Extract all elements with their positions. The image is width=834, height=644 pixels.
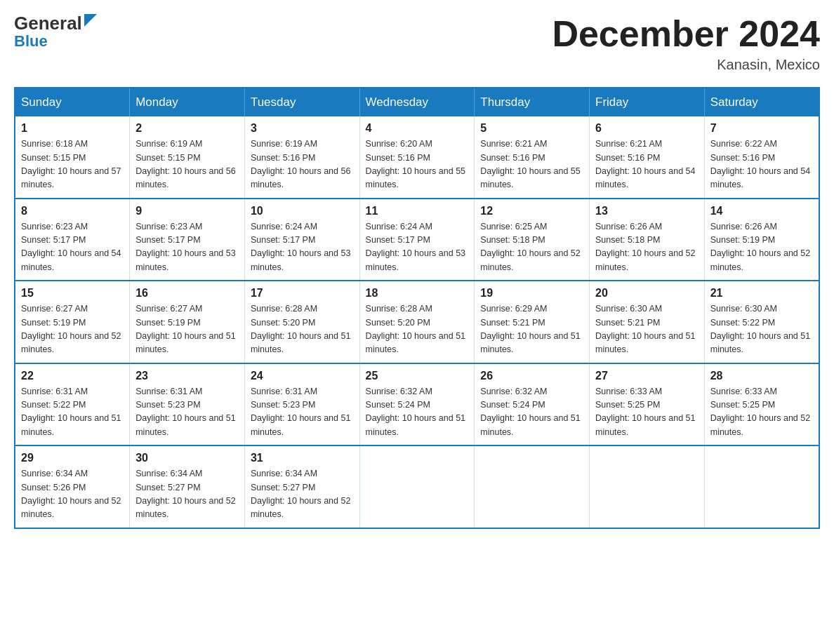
day-number: 21 [710, 287, 813, 300]
calendar-cell: 15 Sunrise: 6:27 AMSunset: 5:19 PMDaylig… [15, 281, 130, 363]
calendar-cell: 12 Sunrise: 6:25 AMSunset: 5:18 PMDaylig… [475, 199, 590, 281]
calendar-cell: 28 Sunrise: 6:33 AMSunset: 5:25 PMDaylig… [704, 363, 819, 446]
day-info: Sunrise: 6:32 AMSunset: 5:24 PMDaylight:… [480, 385, 583, 440]
day-info: Sunrise: 6:31 AMSunset: 5:23 PMDaylight:… [135, 385, 239, 440]
calendar-cell [590, 445, 705, 528]
day-number: 17 [251, 287, 354, 300]
day-info: Sunrise: 6:34 AMSunset: 5:26 PMDaylight:… [21, 467, 124, 522]
day-number: 20 [595, 287, 699, 300]
calendar-cell: 31 Sunrise: 6:34 AMSunset: 5:27 PMDaylig… [244, 445, 359, 528]
day-info: Sunrise: 6:28 AMSunset: 5:20 PMDaylight:… [251, 302, 354, 357]
logo-arrow-icon [84, 14, 97, 27]
calendar-cell: 11 Sunrise: 6:24 AMSunset: 5:17 PMDaylig… [359, 199, 475, 281]
day-info: Sunrise: 6:27 AMSunset: 5:19 PMDaylight:… [21, 302, 124, 357]
day-number: 1 [21, 122, 124, 135]
logo-line1: General [14, 14, 97, 32]
calendar-cell: 18 Sunrise: 6:28 AMSunset: 5:20 PMDaylig… [359, 281, 475, 363]
calendar-cell: 27 Sunrise: 6:33 AMSunset: 5:25 PMDaylig… [590, 363, 705, 446]
day-info: Sunrise: 6:25 AMSunset: 5:18 PMDaylight:… [480, 220, 583, 275]
calendar-header-saturday: Saturday [704, 88, 819, 116]
month-title: December 2024 [552, 14, 820, 54]
day-info: Sunrise: 6:33 AMSunset: 5:25 PMDaylight:… [710, 385, 813, 440]
day-number: 12 [480, 205, 583, 217]
logo-line2: Blue [14, 34, 48, 49]
day-info: Sunrise: 6:29 AMSunset: 5:21 PMDaylight:… [480, 302, 583, 357]
calendar-cell: 13 Sunrise: 6:26 AMSunset: 5:18 PMDaylig… [590, 199, 705, 281]
calendar-cell: 20 Sunrise: 6:30 AMSunset: 5:21 PMDaylig… [590, 281, 705, 363]
day-number: 31 [251, 452, 354, 464]
calendar-cell: 17 Sunrise: 6:28 AMSunset: 5:20 PMDaylig… [244, 281, 359, 363]
day-info: Sunrise: 6:18 AMSunset: 5:15 PMDaylight:… [21, 137, 124, 192]
calendar-header-thursday: Thursday [475, 88, 590, 116]
calendar-cell: 16 Sunrise: 6:27 AMSunset: 5:19 PMDaylig… [130, 281, 245, 363]
calendar-cell: 8 Sunrise: 6:23 AMSunset: 5:17 PMDayligh… [15, 199, 130, 281]
logo: General Blue [14, 14, 97, 49]
calendar-header-monday: Monday [130, 88, 245, 116]
day-number: 28 [710, 370, 813, 382]
day-number: 4 [366, 122, 469, 135]
calendar-cell: 14 Sunrise: 6:26 AMSunset: 5:19 PMDaylig… [704, 199, 819, 281]
calendar-body: 1 Sunrise: 6:18 AMSunset: 5:15 PMDayligh… [15, 116, 819, 528]
day-number: 26 [480, 370, 583, 382]
day-number: 19 [480, 287, 583, 300]
calendar-header-row: SundayMondayTuesdayWednesdayThursdayFrid… [15, 88, 819, 116]
calendar-header-sunday: Sunday [15, 88, 130, 116]
calendar-cell: 5 Sunrise: 6:21 AMSunset: 5:16 PMDayligh… [475, 116, 590, 199]
calendar-cell: 2 Sunrise: 6:19 AMSunset: 5:15 PMDayligh… [130, 116, 245, 199]
calendar-cell: 7 Sunrise: 6:22 AMSunset: 5:16 PMDayligh… [704, 116, 819, 199]
calendar-cell: 29 Sunrise: 6:34 AMSunset: 5:26 PMDaylig… [15, 445, 130, 528]
day-info: Sunrise: 6:31 AMSunset: 5:23 PMDaylight:… [251, 385, 354, 440]
day-number: 16 [135, 287, 239, 300]
day-number: 13 [595, 205, 699, 217]
day-info: Sunrise: 6:30 AMSunset: 5:21 PMDaylight:… [595, 302, 699, 357]
calendar-table: SundayMondayTuesdayWednesdayThursdayFrid… [14, 87, 820, 529]
day-number: 5 [480, 122, 583, 135]
day-number: 18 [366, 287, 469, 300]
calendar-cell: 25 Sunrise: 6:32 AMSunset: 5:24 PMDaylig… [359, 363, 475, 446]
day-info: Sunrise: 6:22 AMSunset: 5:16 PMDaylight:… [710, 137, 813, 192]
day-number: 14 [710, 205, 813, 217]
day-number: 22 [21, 370, 124, 382]
calendar-cell: 10 Sunrise: 6:24 AMSunset: 5:17 PMDaylig… [244, 199, 359, 281]
day-info: Sunrise: 6:20 AMSunset: 5:16 PMDaylight:… [366, 137, 469, 192]
day-info: Sunrise: 6:32 AMSunset: 5:24 PMDaylight:… [366, 385, 469, 440]
calendar-cell [704, 445, 819, 528]
day-info: Sunrise: 6:23 AMSunset: 5:17 PMDaylight:… [21, 220, 124, 275]
day-number: 10 [251, 205, 354, 217]
calendar-cell: 30 Sunrise: 6:34 AMSunset: 5:27 PMDaylig… [130, 445, 245, 528]
day-number: 30 [135, 452, 239, 464]
day-info: Sunrise: 6:26 AMSunset: 5:18 PMDaylight:… [595, 220, 699, 275]
calendar-cell: 4 Sunrise: 6:20 AMSunset: 5:16 PMDayligh… [359, 116, 475, 199]
calendar-cell [475, 445, 590, 528]
day-info: Sunrise: 6:21 AMSunset: 5:16 PMDaylight:… [595, 137, 699, 192]
calendar-cell: 21 Sunrise: 6:30 AMSunset: 5:22 PMDaylig… [704, 281, 819, 363]
day-number: 25 [366, 370, 469, 382]
page-header: General Blue December 2024 Kanasin, Mexi… [14, 14, 820, 73]
calendar-header-wednesday: Wednesday [359, 88, 475, 116]
day-number: 15 [21, 287, 124, 300]
calendar-cell: 19 Sunrise: 6:29 AMSunset: 5:21 PMDaylig… [475, 281, 590, 363]
calendar-cell: 22 Sunrise: 6:31 AMSunset: 5:22 PMDaylig… [15, 363, 130, 446]
calendar-header-friday: Friday [590, 88, 705, 116]
day-info: Sunrise: 6:33 AMSunset: 5:25 PMDaylight:… [595, 385, 699, 440]
day-info: Sunrise: 6:24 AMSunset: 5:17 PMDaylight:… [251, 220, 354, 275]
day-info: Sunrise: 6:19 AMSunset: 5:15 PMDaylight:… [135, 137, 239, 192]
calendar-cell: 6 Sunrise: 6:21 AMSunset: 5:16 PMDayligh… [590, 116, 705, 199]
day-number: 6 [595, 122, 699, 135]
calendar-cell: 9 Sunrise: 6:23 AMSunset: 5:17 PMDayligh… [130, 199, 245, 281]
day-info: Sunrise: 6:34 AMSunset: 5:27 PMDaylight:… [251, 467, 354, 522]
calendar-cell [359, 445, 475, 528]
calendar-cell: 3 Sunrise: 6:19 AMSunset: 5:16 PMDayligh… [244, 116, 359, 199]
day-info: Sunrise: 6:28 AMSunset: 5:20 PMDaylight:… [366, 302, 469, 357]
day-info: Sunrise: 6:23 AMSunset: 5:17 PMDaylight:… [135, 220, 239, 275]
day-number: 27 [595, 370, 699, 382]
calendar-week-2: 8 Sunrise: 6:23 AMSunset: 5:17 PMDayligh… [15, 199, 819, 281]
day-number: 11 [366, 205, 469, 217]
day-info: Sunrise: 6:30 AMSunset: 5:22 PMDaylight:… [710, 302, 813, 357]
day-info: Sunrise: 6:24 AMSunset: 5:17 PMDaylight:… [366, 220, 469, 275]
day-number: 23 [135, 370, 239, 382]
calendar-week-3: 15 Sunrise: 6:27 AMSunset: 5:19 PMDaylig… [15, 281, 819, 363]
day-info: Sunrise: 6:34 AMSunset: 5:27 PMDaylight:… [135, 467, 239, 522]
calendar-week-4: 22 Sunrise: 6:31 AMSunset: 5:22 PMDaylig… [15, 363, 819, 446]
svg-marker-0 [84, 14, 97, 27]
